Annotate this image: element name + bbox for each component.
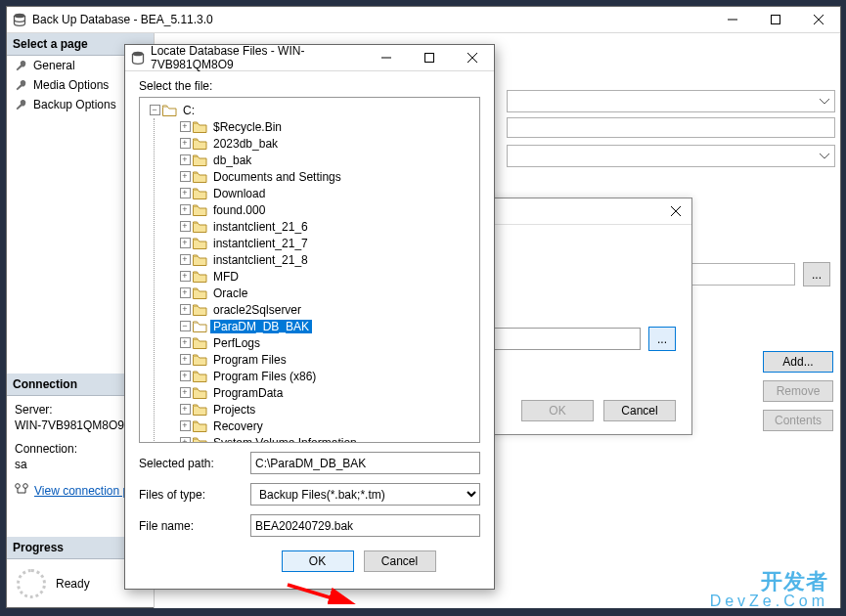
cancel-button[interactable]: Cancel [364, 550, 436, 572]
file-name-label: File name: [139, 519, 243, 533]
wrench-icon [15, 99, 27, 111]
contents-button-label: Contents [775, 414, 822, 427]
minimize-button[interactable] [711, 7, 754, 32]
tree-node[interactable]: +Oracle [155, 285, 479, 301]
expand-icon[interactable]: + [178, 354, 192, 365]
svg-point-4 [133, 52, 144, 57]
tree-node[interactable]: +Program Files (x86) [155, 368, 479, 384]
tree-node[interactable]: +$Recycle.Bin [155, 118, 479, 135]
folder-open-icon [162, 105, 177, 116]
tree-node-label: Projects [210, 403, 258, 417]
wrench-icon [15, 60, 27, 72]
expand-icon[interactable]: + [178, 337, 192, 348]
tree-root[interactable]: −C: [142, 102, 479, 118]
close-button[interactable] [797, 7, 840, 32]
tree-node-label: ProgramData [210, 386, 286, 400]
tree-node[interactable]: +System Volume Information [155, 434, 479, 443]
ok-button[interactable]: OK [282, 550, 354, 572]
svg-rect-5 [425, 54, 434, 63]
tree-node-label: instantclient_21_6 [210, 220, 311, 234]
page-label: Backup Options [33, 98, 116, 111]
expand-icon[interactable]: + [178, 387, 192, 398]
folder-tree[interactable]: −C:+$Recycle.Bin+2023db_bak+db_bak+Docum… [139, 97, 480, 443]
tree-node[interactable]: +db_bak [155, 152, 479, 168]
expand-icon[interactable]: + [178, 138, 192, 149]
folder-icon [193, 254, 207, 266]
selected-path-input[interactable] [250, 452, 480, 474]
tree-node[interactable]: +found.000 [155, 201, 479, 218]
folder-icon [193, 337, 207, 349]
minimize-button[interactable] [365, 45, 408, 70]
expand-icon[interactable]: + [178, 304, 192, 315]
expand-icon[interactable]: + [178, 287, 192, 298]
tree-node[interactable]: +2023db_bak [155, 135, 479, 152]
tree-node[interactable]: +instantclient_21_8 [155, 251, 479, 268]
expand-icon[interactable]: + [178, 171, 192, 182]
tree-node[interactable]: +Projects [155, 401, 479, 418]
contents-button[interactable]: Contents [763, 410, 833, 431]
db-field-2[interactable] [507, 117, 835, 138]
tree-node[interactable]: +Documents and Settings [155, 168, 479, 185]
tree-node[interactable]: +MFD [155, 268, 479, 285]
collapse-icon[interactable]: − [148, 105, 161, 115]
tree-node-label: db_bak [210, 154, 254, 167]
tree-node[interactable]: +Recovery [155, 418, 479, 434]
expand-icon[interactable]: + [178, 204, 192, 215]
expand-icon[interactable]: + [178, 271, 192, 282]
svg-point-0 [15, 14, 25, 19]
browse-button[interactable]: ... [648, 327, 676, 351]
maximize-button[interactable] [408, 45, 451, 70]
folder-icon [193, 188, 207, 199]
tree-node[interactable]: +instantclient_21_7 [155, 235, 479, 251]
tree-node[interactable]: +instantclient_21_6 [155, 218, 479, 235]
cancel-button[interactable]: Cancel [603, 400, 676, 421]
ok-button[interactable]: OK [521, 400, 594, 421]
tree-node-label: oracle2Sqlserver [210, 303, 304, 317]
files-of-type-select[interactable]: Backup Files(*.bak;*.tm) [250, 483, 480, 506]
expand-icon[interactable]: + [178, 420, 192, 431]
tree-node[interactable]: +ProgramData [155, 384, 479, 401]
close-button[interactable] [660, 199, 691, 223]
tree-node[interactable]: +PerfLogs [155, 334, 479, 351]
browse-button-small[interactable]: ... [803, 262, 830, 286]
db-combo-3[interactable] [507, 145, 835, 167]
expand-icon[interactable]: + [178, 371, 192, 381]
expand-icon[interactable]: + [178, 188, 192, 198]
add-button[interactable]: Add... [763, 351, 833, 373]
folder-icon [193, 204, 207, 216]
expand-icon[interactable]: + [178, 238, 192, 248]
page-label: General [33, 59, 75, 72]
tree-node[interactable]: +Program Files [155, 351, 479, 368]
expand-icon[interactable]: + [178, 254, 192, 265]
expand-icon[interactable]: + [178, 437, 192, 443]
maximize-button[interactable] [754, 7, 797, 32]
tree-node[interactable]: −ParaDM_DB_BAK [155, 318, 479, 334]
page-label: Media Options [33, 78, 109, 92]
tree-node[interactable]: +oracle2Sqlserver [155, 301, 479, 318]
tree-node[interactable]: +Download [155, 185, 479, 201]
file-name-input[interactable] [250, 514, 480, 537]
collapse-icon[interactable]: − [178, 321, 192, 331]
expand-icon[interactable]: + [178, 221, 192, 232]
tree-node-label: Download [210, 187, 268, 200]
tree-node-label: Program Files (x86) [210, 370, 319, 383]
database-icon [13, 13, 26, 26]
folder-icon [193, 121, 207, 133]
svg-point-3 [23, 484, 28, 489]
folder-icon [193, 138, 207, 150]
expand-icon[interactable]: + [178, 121, 192, 132]
ok-label: OK [309, 554, 326, 568]
folder-icon [193, 404, 207, 416]
svg-point-2 [16, 484, 21, 489]
expand-icon[interactable]: + [178, 404, 192, 415]
close-button[interactable] [451, 45, 494, 70]
db-combo-1[interactable] [507, 90, 835, 112]
tree-node-label: Documents and Settings [210, 170, 344, 184]
tree-node-label: MFD [210, 270, 242, 284]
tree-node-label: System Volume Information [210, 436, 360, 444]
tree-node-label: instantclient_21_7 [210, 237, 311, 250]
expand-icon[interactable]: + [178, 154, 192, 165]
tree-node-label: C: [180, 104, 198, 117]
remove-button[interactable]: Remove [763, 380, 833, 402]
tree-node-label: Program Files [210, 353, 289, 367]
